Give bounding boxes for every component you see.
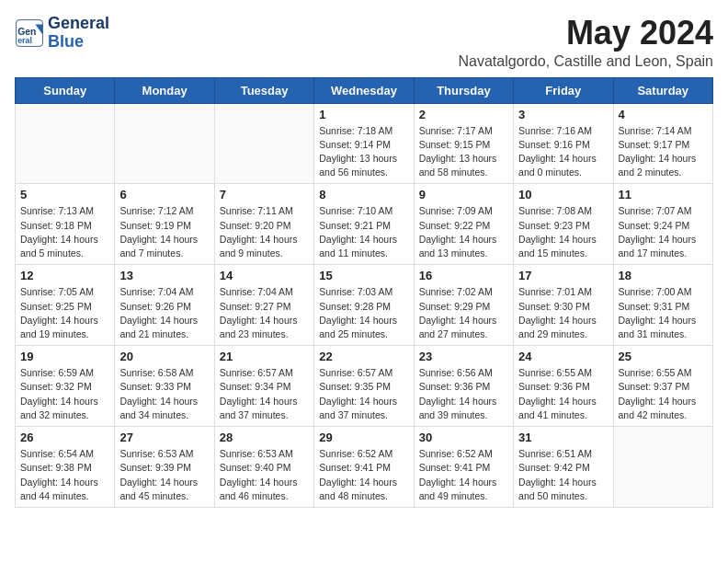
calendar-cell: 30Sunrise: 6:52 AM Sunset: 9:41 PM Dayli… [414,427,513,508]
logo-text: General Blue [48,15,109,52]
week-row-4: 19Sunrise: 6:59 AM Sunset: 9:32 PM Dayli… [16,346,713,427]
day-number: 13 [119,269,209,282]
calendar-cell: 5Sunrise: 7:13 AM Sunset: 9:18 PM Daylig… [16,184,115,265]
day-info: Sunrise: 6:57 AM Sunset: 9:35 PM Dayligh… [319,366,408,422]
day-info: Sunrise: 6:51 AM Sunset: 9:42 PM Dayligh… [518,447,608,503]
day-info: Sunrise: 6:54 AM Sunset: 9:38 PM Dayligh… [20,447,109,503]
calendar-cell [214,103,313,184]
calendar-cell: 31Sunrise: 6:51 AM Sunset: 9:42 PM Dayli… [514,427,613,508]
title-block: May 2024 Navatalgordo, Castille and Leon… [458,15,713,70]
calendar-cell: 6Sunrise: 7:12 AM Sunset: 9:19 PM Daylig… [115,184,214,265]
week-row-3: 12Sunrise: 7:05 AM Sunset: 9:25 PM Dayli… [16,265,713,346]
day-info: Sunrise: 6:56 AM Sunset: 9:36 PM Dayligh… [419,366,508,422]
calendar-cell: 21Sunrise: 6:57 AM Sunset: 9:34 PM Dayli… [214,346,313,427]
weekday-header-wednesday: Wednesday [314,77,414,103]
day-info: Sunrise: 7:05 AM Sunset: 9:25 PM Dayligh… [20,285,109,341]
week-row-2: 5Sunrise: 7:13 AM Sunset: 9:18 PM Daylig… [16,184,713,265]
day-info: Sunrise: 7:09 AM Sunset: 9:22 PM Dayligh… [419,204,508,260]
weekday-header-saturday: Saturday [613,77,712,103]
day-number: 7 [220,188,309,201]
day-number: 16 [419,269,508,282]
day-number: 23 [419,350,508,363]
day-info: Sunrise: 7:13 AM Sunset: 9:18 PM Dayligh… [20,204,109,260]
day-number: 20 [119,350,209,363]
weekday-header-tuesday: Tuesday [214,77,313,103]
day-info: Sunrise: 7:07 AM Sunset: 9:24 PM Dayligh… [619,204,708,260]
day-number: 17 [518,269,608,282]
calendar-cell: 16Sunrise: 7:02 AM Sunset: 9:29 PM Dayli… [414,265,513,346]
logo-icon: Gen eral [15,18,44,48]
calendar-cell: 2Sunrise: 7:17 AM Sunset: 9:15 PM Daylig… [414,103,513,184]
week-row-1: 1Sunrise: 7:18 AM Sunset: 9:14 PM Daylig… [16,103,713,184]
day-number: 31 [518,431,608,444]
day-info: Sunrise: 6:55 AM Sunset: 9:37 PM Dayligh… [619,366,708,422]
day-number: 24 [518,350,608,363]
calendar-cell: 11Sunrise: 7:07 AM Sunset: 9:24 PM Dayli… [613,184,712,265]
day-number: 18 [619,269,708,282]
day-info: Sunrise: 7:11 AM Sunset: 9:20 PM Dayligh… [220,204,309,260]
calendar-cell [115,103,214,184]
calendar-cell: 12Sunrise: 7:05 AM Sunset: 9:25 PM Dayli… [16,265,115,346]
day-number: 1 [319,108,408,121]
weekday-header-friday: Friday [514,77,613,103]
page-header: Gen eral General Blue May 2024 Navatalgo… [15,15,713,70]
day-number: 30 [419,431,508,444]
calendar-cell: 1Sunrise: 7:18 AM Sunset: 9:14 PM Daylig… [314,103,414,184]
svg-text:eral: eral [17,36,32,45]
day-info: Sunrise: 7:00 AM Sunset: 9:31 PM Dayligh… [619,285,708,341]
day-number: 6 [119,188,209,201]
day-number: 12 [20,269,109,282]
calendar-cell: 10Sunrise: 7:08 AM Sunset: 9:23 PM Dayli… [514,184,613,265]
day-info: Sunrise: 7:04 AM Sunset: 9:27 PM Dayligh… [220,285,309,341]
calendar-cell: 20Sunrise: 6:58 AM Sunset: 9:33 PM Dayli… [115,346,214,427]
day-number: 2 [419,108,508,121]
day-number: 11 [619,188,708,201]
day-number: 5 [20,188,109,201]
day-info: Sunrise: 7:10 AM Sunset: 9:21 PM Dayligh… [319,204,408,260]
day-number: 10 [518,188,608,201]
calendar-cell: 9Sunrise: 7:09 AM Sunset: 9:22 PM Daylig… [414,184,513,265]
day-info: Sunrise: 7:17 AM Sunset: 9:15 PM Dayligh… [419,124,508,180]
week-row-5: 26Sunrise: 6:54 AM Sunset: 9:38 PM Dayli… [16,427,713,508]
month-title: May 2024 [458,15,713,52]
day-info: Sunrise: 6:52 AM Sunset: 9:41 PM Dayligh… [419,447,508,503]
day-info: Sunrise: 6:58 AM Sunset: 9:33 PM Dayligh… [119,366,209,422]
calendar-cell: 27Sunrise: 6:53 AM Sunset: 9:39 PM Dayli… [115,427,214,508]
day-number: 21 [220,350,309,363]
day-number: 9 [419,188,508,201]
day-info: Sunrise: 7:02 AM Sunset: 9:29 PM Dayligh… [419,285,508,341]
day-number: 25 [619,350,708,363]
day-number: 4 [619,108,708,121]
day-number: 22 [319,350,408,363]
weekday-header-sunday: Sunday [16,77,115,103]
calendar-cell: 29Sunrise: 6:52 AM Sunset: 9:41 PM Dayli… [314,427,414,508]
day-info: Sunrise: 6:55 AM Sunset: 9:36 PM Dayligh… [518,366,608,422]
calendar-cell: 15Sunrise: 7:03 AM Sunset: 9:28 PM Dayli… [314,265,414,346]
weekday-header-monday: Monday [115,77,214,103]
calendar-cell: 18Sunrise: 7:00 AM Sunset: 9:31 PM Dayli… [613,265,712,346]
day-info: Sunrise: 6:53 AM Sunset: 9:40 PM Dayligh… [220,447,309,503]
weekday-header-thursday: Thursday [414,77,513,103]
calendar-cell: 28Sunrise: 6:53 AM Sunset: 9:40 PM Dayli… [214,427,313,508]
weekday-header-row: SundayMondayTuesdayWednesdayThursdayFrid… [16,77,713,103]
calendar-cell: 8Sunrise: 7:10 AM Sunset: 9:21 PM Daylig… [314,184,414,265]
calendar-cell: 24Sunrise: 6:55 AM Sunset: 9:36 PM Dayli… [514,346,613,427]
calendar-cell: 19Sunrise: 6:59 AM Sunset: 9:32 PM Dayli… [16,346,115,427]
day-number: 27 [119,431,209,444]
day-number: 15 [319,269,408,282]
calendar-cell: 25Sunrise: 6:55 AM Sunset: 9:37 PM Dayli… [613,346,712,427]
day-info: Sunrise: 6:53 AM Sunset: 9:39 PM Dayligh… [119,447,209,503]
logo: Gen eral General Blue [15,15,109,52]
calendar-cell: 14Sunrise: 7:04 AM Sunset: 9:27 PM Dayli… [214,265,313,346]
svg-text:Gen: Gen [17,26,36,36]
day-info: Sunrise: 7:04 AM Sunset: 9:26 PM Dayligh… [119,285,209,341]
day-number: 28 [220,431,309,444]
day-info: Sunrise: 7:14 AM Sunset: 9:17 PM Dayligh… [619,124,708,180]
day-info: Sunrise: 7:03 AM Sunset: 9:28 PM Dayligh… [319,285,408,341]
day-info: Sunrise: 6:57 AM Sunset: 9:34 PM Dayligh… [220,366,309,422]
day-number: 8 [319,188,408,201]
day-info: Sunrise: 7:18 AM Sunset: 9:14 PM Dayligh… [319,124,408,180]
day-number: 3 [518,108,608,121]
calendar-cell: 4Sunrise: 7:14 AM Sunset: 9:17 PM Daylig… [613,103,712,184]
day-number: 26 [20,431,109,444]
